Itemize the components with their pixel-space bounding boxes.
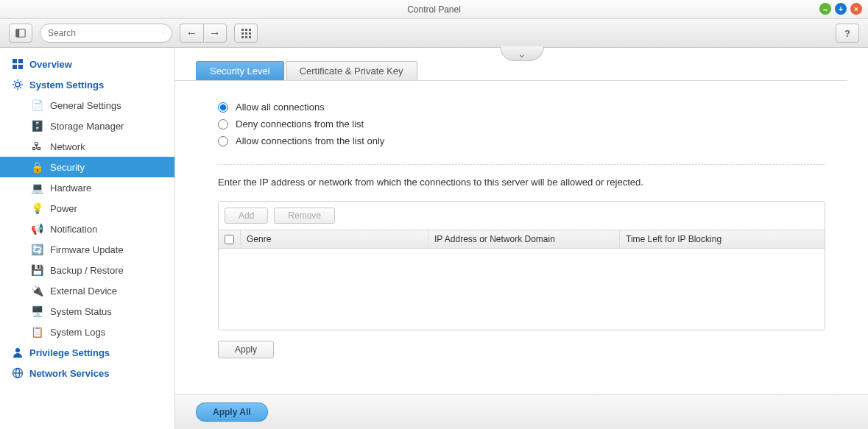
column-ip[interactable]: IP Address or Network Domain: [428, 230, 620, 248]
sidebar-item-label: Power: [50, 203, 77, 214]
network-icon: 🖧: [31, 141, 43, 152]
content-area: ⌄ Security Level Certificate & Private K…: [175, 48, 868, 429]
minimize-button[interactable]: ‒: [819, 3, 831, 15]
lock-icon: 🔒: [31, 161, 43, 173]
sidebar-section-network-services[interactable]: Network Services: [0, 363, 174, 383]
radio-label: Allow connections from the list only: [236, 135, 384, 146]
sidebar-item-storage-manager[interactable]: 🗄️ Storage Manager: [0, 116, 174, 136]
sidebar-toggle-button[interactable]: [9, 24, 32, 43]
help-button[interactable]: ?: [836, 24, 859, 43]
hardware-icon: 💻: [31, 182, 43, 194]
search-box[interactable]: [40, 24, 172, 43]
svg-rect-5: [18, 59, 23, 63]
radio-allow-all[interactable]: Allow all connections: [218, 99, 825, 116]
sidebar-section-label: System Settings: [29, 79, 104, 91]
svg-rect-4: [13, 59, 17, 63]
sidebar-item-external-device[interactable]: 🔌 External Device: [0, 280, 174, 301]
sidebar-section-label: Privilege Settings: [29, 347, 110, 358]
remove-button[interactable]: Remove: [274, 208, 335, 224]
sidebar-item-label: System Logs: [50, 327, 105, 338]
column-genre[interactable]: Genre: [241, 230, 428, 248]
notification-icon: 📢: [31, 223, 43, 235]
backup-icon: 💾: [31, 264, 43, 276]
svg-rect-7: [18, 65, 23, 69]
document-icon: 📄: [31, 99, 43, 111]
chevron-down-icon: ⌄: [518, 48, 526, 60]
radio-allow-list[interactable]: Allow connections from the list only: [218, 132, 825, 149]
toolbar: ← → ?: [0, 19, 868, 48]
sidebar-item-security[interactable]: 🔒 Security: [0, 157, 174, 177]
radio-deny-list[interactable]: Deny connections from the list: [218, 116, 825, 132]
device-icon: 🔌: [31, 285, 43, 297]
svg-point-8: [15, 82, 20, 87]
sidebar-item-power[interactable]: 💡 Power: [0, 198, 174, 219]
panel: Allow all connections Deny connections f…: [175, 81, 868, 394]
table-body: [219, 249, 825, 330]
sidebar-item-hardware[interactable]: 💻 Hardware: [0, 177, 174, 198]
sidebar-item-label: Security: [50, 162, 85, 173]
close-button[interactable]: ×: [850, 3, 862, 15]
arrow-left-icon: ←: [186, 26, 198, 40]
add-button[interactable]: Add: [225, 208, 268, 224]
storage-icon: 🗄️: [31, 120, 43, 132]
sidebar-item-firmware-update[interactable]: 🔄 Firmware Update: [0, 239, 174, 260]
search-icon: [163, 28, 164, 38]
update-icon: 🔄: [31, 244, 43, 255]
sidebar-section-label: Network Services: [29, 368, 109, 379]
sidebar-item-notification[interactable]: 📢 Notification: [0, 219, 174, 239]
apps-button[interactable]: [234, 24, 258, 43]
svg-rect-1: [16, 29, 19, 38]
forward-button[interactable]: →: [203, 24, 227, 43]
sidebar-item-label: Storage Manager: [50, 121, 124, 132]
sidebar-item-system-status[interactable]: 🖥️ System Status: [0, 301, 174, 322]
gear-icon: [12, 79, 24, 91]
ip-table: Add Remove Genre IP Address or Network D…: [218, 201, 825, 330]
sidebar-item-system-logs[interactable]: 📋 System Logs: [0, 322, 174, 342]
svg-point-2: [163, 32, 163, 33]
sidebar-item-backup-restore[interactable]: 💾 Backup / Restore: [0, 260, 174, 280]
tab-certificate[interactable]: Certificate & Private Key: [286, 61, 417, 80]
radio-label: Allow all connections: [236, 102, 325, 113]
sidebar: Overview System Settings 📄 General Setti…: [0, 48, 175, 429]
svg-line-3: [163, 33, 164, 34]
sidebar-section-overview[interactable]: Overview: [0, 54, 174, 74]
radio-input-allow-all[interactable]: [218, 102, 228, 113]
sidebar-item-label: External Device: [50, 286, 117, 297]
sidebar-item-label: Backup / Restore: [50, 265, 124, 276]
expand-handle[interactable]: ⌄: [500, 46, 544, 61]
footer-bar: Apply All: [175, 394, 868, 429]
apply-all-button[interactable]: Apply All: [196, 403, 268, 422]
sidebar-item-label: Hardware: [50, 182, 91, 194]
radio-input-deny-list[interactable]: [218, 119, 228, 130]
apply-button[interactable]: Apply: [218, 341, 274, 358]
column-time[interactable]: Time Left for IP Blocking: [620, 230, 825, 248]
instruction-text: Enter the IP address or network from whi…: [218, 177, 825, 188]
sidebar-item-network[interactable]: 🖧 Network: [0, 136, 174, 157]
sidebar-item-label: System Status: [50, 306, 112, 317]
sidebar-item-label: Firmware Update: [50, 244, 124, 255]
radio-input-allow-list[interactable]: [218, 136, 228, 146]
svg-rect-6: [13, 65, 17, 69]
maximize-button[interactable]: +: [835, 3, 847, 15]
tab-bar: Security Level Certificate & Private Key: [196, 61, 868, 80]
logs-icon: 📋: [31, 326, 43, 338]
overview-icon: [12, 58, 24, 70]
grid-icon: [241, 29, 251, 38]
select-all-checkbox[interactable]: [225, 235, 234, 244]
search-input[interactable]: [48, 28, 158, 38]
apply-row: Apply: [218, 341, 825, 358]
arrow-right-icon: →: [209, 26, 221, 40]
sidebar-section-privilege-settings[interactable]: Privilege Settings: [0, 342, 174, 363]
nav-group: ← →: [180, 24, 227, 43]
window-title: Control Panel: [407, 4, 461, 15]
sidebar-item-label: Network: [50, 141, 85, 152]
back-button[interactable]: ←: [180, 24, 203, 43]
status-icon: 🖥️: [31, 305, 43, 317]
column-checkbox[interactable]: [219, 230, 241, 248]
tab-security-level[interactable]: Security Level: [196, 61, 284, 80]
main-layout: Overview System Settings 📄 General Setti…: [0, 48, 868, 429]
sidebar-item-general-settings[interactable]: 📄 General Settings: [0, 95, 174, 116]
window-controls: ‒ + ×: [819, 3, 862, 15]
sidebar-section-system-settings[interactable]: System Settings: [0, 74, 174, 95]
sidebar-section-label: Overview: [29, 59, 72, 70]
